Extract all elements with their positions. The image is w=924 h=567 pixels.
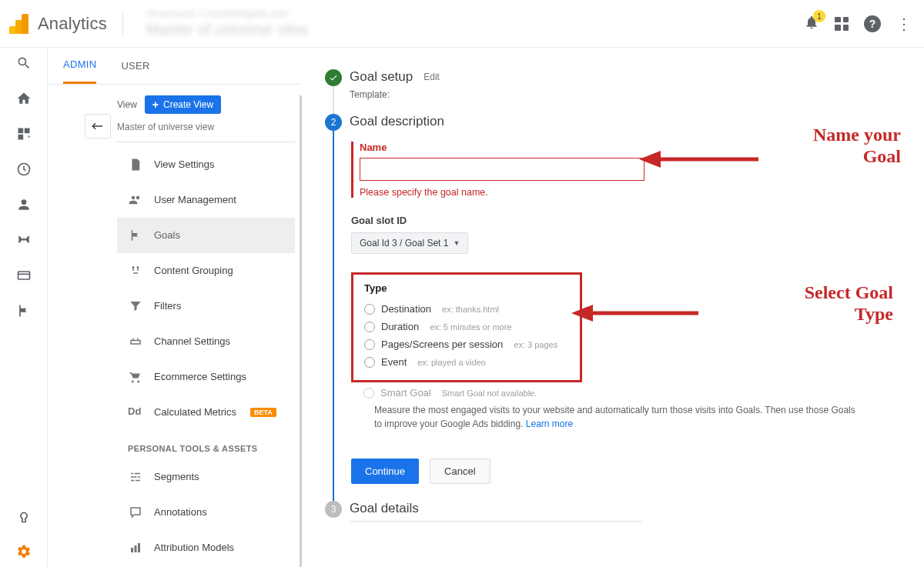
cart-icon	[128, 370, 143, 384]
left-rail: +	[0, 48, 48, 567]
analytics-logo-icon	[9, 14, 28, 34]
radio-event[interactable]: Eventex: played a video	[364, 353, 569, 371]
step3-title: Goal details	[350, 501, 419, 516]
search-icon[interactable]	[16, 55, 32, 71]
conversion-icon[interactable]	[16, 232, 32, 248]
goal-slot-dropdown[interactable]: Goal Id 3 / Goal Set 1 ▼	[351, 232, 468, 254]
nav-ecommerce-settings[interactable]: Ecommerce Settings	[117, 359, 295, 395]
nav-filters[interactable]: Filters	[117, 289, 295, 324]
nav-annotations[interactable]: Annotations	[117, 495, 295, 530]
view-header: View +Create View	[117, 95, 295, 114]
document-icon	[128, 158, 143, 172]
radio-pages-per-session[interactable]: Pages/Screens per sessionex: 3 pages	[364, 335, 569, 353]
svg-marker-17	[571, 305, 593, 322]
annotation-select-type: Select GoalType	[805, 282, 893, 325]
svg-rect-6	[18, 272, 29, 279]
nav-user-management[interactable]: User Management	[117, 182, 295, 218]
view-nav: View Settings User Management Goals Cont…	[117, 147, 295, 565]
radio-duration[interactable]: Durationex: 5 minutes or more	[364, 318, 569, 335]
svg-text:+: +	[27, 133, 31, 141]
step1-title: Goal setup	[350, 69, 413, 85]
topbar-left: Analytics All accounts > Amarketingsite.…	[9, 8, 308, 39]
bars-icon	[128, 541, 143, 555]
goal-name-input[interactable]	[360, 158, 644, 181]
annotation-name-goal: Name yourGoal	[813, 125, 901, 167]
admin-panel: ADMIN USER View +Create View Master of u…	[48, 48, 302, 567]
radio-icon	[363, 388, 374, 399]
admin-gear-icon[interactable]	[16, 544, 32, 559]
svg-rect-12	[135, 545, 137, 552]
nav-attribution-models[interactable]: Attribution Models	[117, 530, 295, 565]
smart-goal-description: Measure the most engaged visits to your …	[374, 403, 859, 431]
step1-marker	[325, 69, 342, 86]
nav-segments[interactable]: Segments	[117, 459, 295, 495]
top-bar: Analytics All accounts > Amarketingsite.…	[0, 0, 924, 48]
app-title: Analytics	[38, 14, 107, 34]
segments-icon	[128, 470, 143, 484]
goal-type-box: Type Destinationex: thanks.html Duration…	[351, 272, 582, 382]
breadcrumb-account: All accounts > Amarketingsite.com	[146, 8, 308, 20]
nav-view-settings[interactable]: View Settings	[117, 147, 295, 182]
arrow-name-icon	[639, 148, 762, 171]
beta-badge: BETA	[250, 408, 276, 417]
svg-rect-11	[131, 548, 133, 552]
channel-icon	[128, 335, 143, 349]
nav-content-grouping[interactable]: Content Grouping	[117, 253, 295, 289]
nav-channel-settings[interactable]: Channel Settings	[117, 324, 295, 359]
view-subtitle: Master of universe view	[117, 122, 295, 132]
radio-icon	[364, 304, 375, 315]
tab-admin[interactable]: ADMIN	[63, 48, 96, 84]
svg-marker-15	[639, 151, 661, 168]
overflow-menu-button[interactable]: ⋮	[896, 16, 912, 32]
radio-icon	[364, 322, 375, 332]
type-label: Type	[364, 282, 569, 294]
step1-edit[interactable]: Edit	[424, 72, 440, 82]
topbar-right: 1 ? ⋮	[804, 15, 912, 32]
name-error: Please specify the goal name.	[360, 187, 901, 198]
dashboard-icon[interactable]: +	[16, 126, 32, 142]
flag-icon[interactable]	[16, 303, 32, 319]
apps-button[interactable]	[835, 17, 849, 31]
radio-destination[interactable]: Destinationex: thanks.html	[364, 300, 569, 318]
person-icon[interactable]	[16, 197, 32, 212]
check-icon	[329, 73, 338, 82]
arrow-type-icon	[571, 302, 702, 325]
section-personal-tools: PERSONAL TOOLS & ASSETS	[117, 430, 295, 459]
cancel-button[interactable]: Cancel	[430, 459, 490, 484]
card-icon[interactable]	[16, 268, 32, 283]
radio-icon	[364, 357, 375, 368]
slot-label: Goal slot ID	[351, 215, 901, 226]
svg-rect-10	[131, 340, 140, 344]
clock-icon[interactable]	[16, 162, 32, 177]
breadcrumb[interactable]: All accounts > Amarketingsite.com Master…	[146, 8, 308, 39]
question-icon: ?	[869, 18, 876, 30]
admin-tabs: ADMIN USER	[48, 48, 302, 85]
dots-vertical-icon: ⋮	[896, 15, 912, 32]
breadcrumb-view: Master of universe view	[146, 20, 308, 39]
svg-rect-0	[18, 128, 23, 134]
home-icon[interactable]	[16, 91, 32, 106]
grouping-icon	[128, 264, 143, 278]
nav-goals[interactable]: Goals	[117, 218, 295, 253]
notification-badge: 1	[813, 10, 825, 22]
learn-more-link[interactable]: Learn more	[526, 419, 573, 429]
continue-button[interactable]: Continue	[351, 459, 419, 484]
notifications-button[interactable]: 1	[804, 15, 819, 32]
step-goal-details: 3 Goal details	[350, 501, 901, 522]
discover-icon[interactable]	[16, 509, 32, 524]
svg-point-8	[132, 266, 135, 268]
funnel-icon	[128, 299, 143, 313]
tab-user[interactable]: USER	[121, 48, 149, 84]
speech-icon	[128, 505, 143, 519]
step3-marker: 3	[325, 501, 342, 518]
people-icon	[128, 193, 143, 207]
create-view-button[interactable]: +Create View	[145, 95, 221, 114]
flag-icon	[128, 228, 143, 242]
help-button[interactable]: ?	[864, 15, 881, 32]
nav-calculated-metrics[interactable]: DdCalculated MetricsBETA	[117, 395, 295, 430]
plus-icon: +	[152, 99, 159, 110]
svg-point-9	[137, 266, 139, 268]
view-label: View	[117, 99, 137, 110]
step-goal-setup: Goal setupEdit Template:	[350, 69, 901, 100]
svg-rect-2	[18, 135, 23, 140]
